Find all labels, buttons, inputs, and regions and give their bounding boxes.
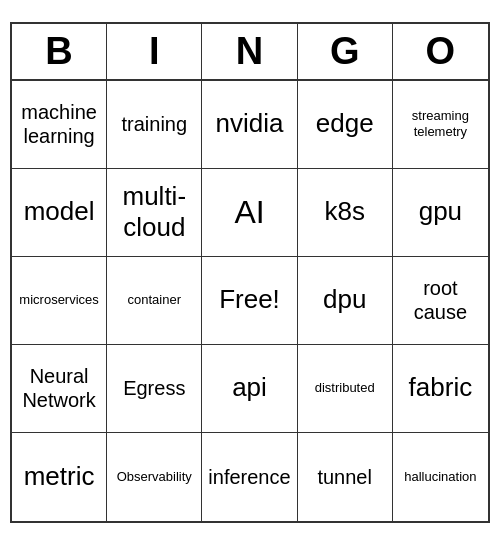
cell-text: machine learning <box>16 100 102 148</box>
cell-text: fabric <box>409 372 473 403</box>
cell-text: container <box>128 292 181 308</box>
bingo-cell: distributed <box>298 345 393 433</box>
bingo-cell: Observability <box>107 433 202 521</box>
cell-text: tunnel <box>317 465 372 489</box>
bingo-cell: root cause <box>393 257 488 345</box>
bingo-cell: api <box>202 345 297 433</box>
bingo-cell: edge <box>298 81 393 169</box>
cell-text: distributed <box>315 380 375 396</box>
bingo-cell: model <box>12 169 107 257</box>
bingo-cell: nvidia <box>202 81 297 169</box>
bingo-cell: Free! <box>202 257 297 345</box>
cell-text: Egress <box>123 376 185 400</box>
bingo-cell: k8s <box>298 169 393 257</box>
bingo-cell: metric <box>12 433 107 521</box>
bingo-cell: tunnel <box>298 433 393 521</box>
cell-text: multi-cloud <box>111 181 197 243</box>
bingo-cell: multi-cloud <box>107 169 202 257</box>
bingo-letter: O <box>393 24 488 79</box>
cell-text: root cause <box>397 276 484 324</box>
bingo-cell: AI <box>202 169 297 257</box>
cell-text: training <box>121 112 187 136</box>
cell-text: metric <box>24 461 95 492</box>
cell-text: edge <box>316 108 374 139</box>
cell-text: dpu <box>323 284 366 315</box>
bingo-letter: N <box>202 24 297 79</box>
bingo-card: BINGO machine learningtrainingnvidiaedge… <box>10 22 490 523</box>
cell-text: model <box>24 196 95 227</box>
bingo-letter: B <box>12 24 107 79</box>
cell-text: Observability <box>117 469 192 485</box>
bingo-cell: Egress <box>107 345 202 433</box>
cell-text: Neural Network <box>16 364 102 412</box>
cell-text: Free! <box>219 284 280 315</box>
cell-text: k8s <box>324 196 364 227</box>
bingo-grid: machine learningtrainingnvidiaedgestream… <box>12 81 488 521</box>
cell-text: hallucination <box>404 469 476 485</box>
bingo-cell: gpu <box>393 169 488 257</box>
bingo-cell: dpu <box>298 257 393 345</box>
bingo-cell: machine learning <box>12 81 107 169</box>
bingo-cell: training <box>107 81 202 169</box>
bingo-cell: microservices <box>12 257 107 345</box>
cell-text: api <box>232 372 267 403</box>
bingo-letter: G <box>298 24 393 79</box>
cell-text: inference <box>208 465 290 489</box>
bingo-cell: streaming telemetry <box>393 81 488 169</box>
bingo-letter: I <box>107 24 202 79</box>
cell-text: AI <box>234 193 264 231</box>
cell-text: microservices <box>19 292 98 308</box>
bingo-cell: hallucination <box>393 433 488 521</box>
bingo-cell: fabric <box>393 345 488 433</box>
bingo-cell: container <box>107 257 202 345</box>
cell-text: streaming telemetry <box>397 108 484 139</box>
bingo-header: BINGO <box>12 24 488 81</box>
bingo-cell: Neural Network <box>12 345 107 433</box>
bingo-cell: inference <box>202 433 297 521</box>
cell-text: nvidia <box>216 108 284 139</box>
cell-text: gpu <box>419 196 462 227</box>
